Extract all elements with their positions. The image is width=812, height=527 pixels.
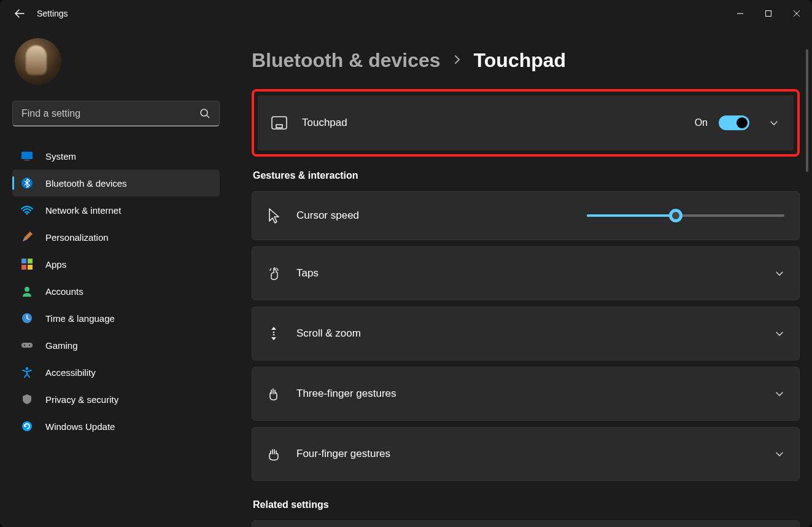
slider-thumb[interactable] [669,209,682,222]
sidebar-item-label: Personalization [45,232,109,243]
three-finger-icon [266,386,282,402]
taps-label: Taps [296,267,319,279]
svg-point-15 [24,345,25,346]
touchpad-toggle-group: On [695,115,749,130]
touchpad-state-label: On [695,117,708,128]
cursor-icon [266,208,282,224]
scroll-zoom-card[interactable]: Scroll & zoom [252,306,800,361]
sidebar-item-apps[interactable]: Apps [12,251,220,278]
svg-point-16 [29,345,30,346]
chevron-down-icon[interactable] [768,117,780,129]
cursor-speed-slider[interactable] [587,214,784,217]
sidebar-item-update[interactable]: Windows Update [12,413,220,440]
breadcrumb: Bluetooth & devices Touchpad [252,49,800,72]
touchpad-toggle-card[interactable]: Touchpad On [258,95,794,150]
svg-point-21 [273,332,275,334]
section-gestures-heading: Gestures & interaction [253,170,800,181]
touchpad-icon [271,115,287,131]
back-button[interactable] [14,7,26,20]
person-icon [21,285,33,297]
sidebar-item-accounts[interactable]: Accounts [12,278,220,305]
close-icon [793,10,800,17]
section-related-heading: Related settings [253,499,800,510]
three-finger-card[interactable]: Three-finger gestures [252,367,800,421]
sidebar-item-label: Bluetooth & devices [45,178,127,189]
chevron-down-icon[interactable] [773,448,786,460]
sidebar-item-gaming[interactable]: Gaming [12,332,220,359]
sidebar-item-label: Windows Update [45,421,115,432]
breadcrumb-parent[interactable]: Bluetooth & devices [252,49,441,72]
four-finger-label: Four-finger gestures [296,448,390,460]
taps-card[interactable]: Taps [252,246,800,300]
more-touchpad-settings-card[interactable]: More touchpad settings [252,520,800,527]
sidebar-item-bluetooth[interactable]: Bluetooth & devices [12,170,220,197]
four-finger-icon [266,446,282,462]
apps-icon [21,258,33,270]
slider-fill [587,214,676,217]
chevron-right-icon [453,53,462,68]
sidebar-item-label: Accounts [45,286,83,297]
four-finger-card[interactable]: Four-finger gestures [252,427,800,481]
svg-point-2 [201,109,207,116]
search-input[interactable] [21,108,199,119]
monitor-icon [21,150,33,162]
arrow-left-icon [15,9,25,18]
svg-rect-1 [766,11,771,17]
sidebar-item-system[interactable]: System [12,142,220,170]
sidebar-item-label: Apps [45,259,66,270]
accessibility-icon [21,366,33,378]
sidebar-item-privacy[interactable]: Privacy & security [12,386,220,413]
breadcrumb-current: Touchpad [474,49,566,72]
sidebar-item-personalization[interactable]: Personalization [12,224,220,251]
close-button[interactable] [783,1,811,26]
sidebar-item-time[interactable]: Time & language [12,305,220,332]
title-left: Settings [14,7,68,20]
svg-point-12 [25,287,29,292]
sidebar-item-label: Time & language [45,313,115,324]
svg-point-17 [26,367,28,370]
clock-icon [21,312,33,324]
avatar[interactable] [15,38,61,85]
cursor-speed-card: Cursor speed [252,191,800,240]
minimize-button[interactable] [726,1,754,26]
settings-window: Settings System [0,0,812,527]
cursor-speed-label: Cursor speed [296,209,359,222]
scroll-icon [266,326,282,342]
svg-point-7 [26,213,28,215]
chevron-down-icon[interactable] [773,327,786,340]
highlight-touchpad-card: Touchpad On [252,89,800,157]
svg-rect-11 [28,265,33,270]
content-area: System Bluetooth & devices Network & int… [0,27,812,527]
window-controls [726,1,811,26]
touchpad-label: Touchpad [302,117,347,129]
svg-line-3 [207,115,209,118]
titlebar: Settings [0,0,812,27]
app-title: Settings [37,9,68,18]
tap-icon [266,265,282,281]
chevron-down-icon[interactable] [773,388,786,400]
svg-point-22 [273,334,275,336]
svg-rect-10 [21,265,26,270]
shield-icon [21,393,33,405]
maximize-icon [765,10,772,17]
sidebar-item-network[interactable]: Network & internet [12,197,220,224]
svg-rect-20 [276,125,282,128]
sidebar-item-accessibility[interactable]: Accessibility [12,359,220,386]
paintbrush-icon [21,231,33,243]
touchpad-toggle[interactable] [719,115,749,130]
sidebar-item-label: Gaming [45,340,78,351]
chevron-down-icon[interactable] [773,267,786,279]
maximize-button[interactable] [754,1,783,26]
svg-rect-4 [21,152,33,159]
sidebar: System Bluetooth & devices Network & int… [0,27,227,527]
sidebar-item-label: System [45,151,76,162]
svg-rect-14 [21,343,33,348]
bluetooth-icon [21,177,33,189]
search-box[interactable] [12,101,220,127]
gamepad-icon [21,339,33,351]
update-icon [21,420,33,432]
scrollbar[interactable] [806,49,808,172]
search-icon [199,108,211,119]
wifi-icon [21,204,33,216]
sidebar-item-label: Network & internet [45,205,121,216]
